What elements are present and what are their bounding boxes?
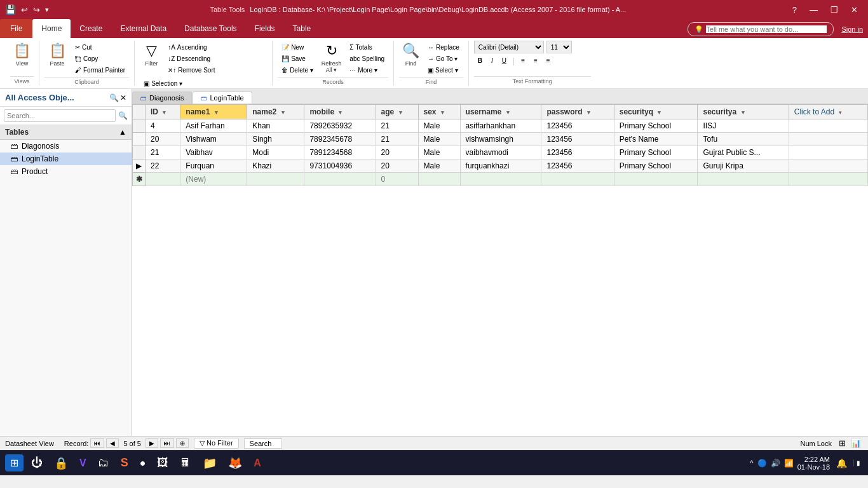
start-button[interactable]: ⊞ xyxy=(5,454,24,471)
cell-securitya[interactable]: Tofu xyxy=(698,133,789,146)
cell-mobile[interactable]: 9731004936 xyxy=(304,159,376,173)
font-size-select[interactable]: 11 xyxy=(546,41,572,53)
save-button[interactable]: 💾Save xyxy=(278,53,317,64)
tab-table[interactable]: Table xyxy=(284,19,320,38)
new-cell-securityq[interactable] xyxy=(614,173,698,186)
cell-mobile[interactable]: 7892635932 xyxy=(304,119,376,133)
more-button[interactable]: ⋯More ▾ xyxy=(346,65,388,76)
bold-button[interactable]: B xyxy=(474,55,486,66)
filter-button[interactable]: ▽ Filter xyxy=(140,41,163,69)
italic-button[interactable]: I xyxy=(487,55,497,66)
font-select[interactable]: Calibri (Detail) xyxy=(474,41,544,53)
cell-age[interactable]: 20 xyxy=(376,159,418,173)
cell-name1[interactable]: Asif Farhan xyxy=(180,119,247,133)
tab-diagnosis[interactable]: 🗃 Diagonosis xyxy=(132,92,192,104)
cell-password[interactable]: 123456 xyxy=(541,146,614,159)
redo-btn[interactable]: ↪ xyxy=(33,5,40,15)
header-securityq[interactable]: securityq ▾ xyxy=(614,105,698,119)
maximize-btn[interactable]: ❐ xyxy=(825,4,843,16)
cell-mobile[interactable]: 7891234568 xyxy=(304,146,376,159)
remove-sort-button[interactable]: ✕↑Remove Sort xyxy=(164,65,219,76)
firefox-btn[interactable]: 🦊 xyxy=(224,454,246,473)
cell-password[interactable]: 123456 xyxy=(541,119,614,133)
minimize-btn[interactable]: — xyxy=(804,4,823,16)
tables-section-header[interactable]: Tables ▲ xyxy=(0,125,132,140)
cell-securitya[interactable]: IISJ xyxy=(698,119,789,133)
table-row[interactable]: 4Asif FarhanKhan789263593221Maleasiffarh… xyxy=(133,119,868,133)
volume-icon[interactable]: 🔊 xyxy=(771,459,780,468)
cell-sex[interactable]: Male xyxy=(418,119,460,133)
cell-clicktoadd[interactable] xyxy=(789,146,867,159)
chrome-btn[interactable]: ● xyxy=(136,455,150,471)
cell-securitya[interactable]: Gujrat Public S... xyxy=(698,146,789,159)
tab-home[interactable]: Home xyxy=(32,19,71,38)
cell-securityq[interactable]: Primary School xyxy=(614,119,698,133)
tray-expand[interactable]: ^ xyxy=(750,459,754,468)
new-cell-age[interactable]: 0 xyxy=(376,173,418,186)
delete-button[interactable]: 🗑Delete ▾ xyxy=(278,65,317,76)
cell-password[interactable]: 123456 xyxy=(541,159,614,173)
new-button[interactable]: 📝New xyxy=(278,42,317,53)
header-name2[interactable]: name2 ▾ xyxy=(247,105,304,119)
header-clicktoadd[interactable]: Click to Add ▾ xyxy=(789,105,867,119)
new-cell-id[interactable] xyxy=(146,173,180,186)
last-record-btn[interactable]: ⏭ xyxy=(160,438,174,448)
sidebar-item-product[interactable]: 🗃 Product xyxy=(0,165,132,178)
cell-name2[interactable]: Singh xyxy=(247,133,304,146)
app-save-icon[interactable]: 💾 xyxy=(5,4,16,15)
header-name1[interactable]: name1 ▾ xyxy=(180,105,247,119)
select-button[interactable]: ▣Select ▾ xyxy=(424,65,463,76)
sidebar-search-icon[interactable]: 🔍 xyxy=(109,93,119,102)
format-painter-button[interactable]: 🖌Format Painter xyxy=(71,65,129,76)
notification-icon[interactable]: 🔔 xyxy=(834,458,850,468)
new-cell-mobile[interactable] xyxy=(304,173,376,186)
cell-securityq[interactable]: Pet's Name xyxy=(614,133,698,146)
cell-name1[interactable]: Vaibhav xyxy=(180,146,247,159)
copy-button[interactable]: ⿻Copy xyxy=(71,53,129,64)
cell-sex[interactable]: Male xyxy=(418,159,460,173)
refresh-button[interactable]: ↻ RefreshAll ▾ xyxy=(318,41,345,75)
power-btn[interactable]: ⏻ xyxy=(27,454,46,472)
cell-clicktoadd[interactable] xyxy=(789,159,867,173)
align-right[interactable]: ≡ xyxy=(543,55,554,66)
tab-create[interactable]: Create xyxy=(71,19,111,38)
paste-button[interactable]: 📋 Paste xyxy=(44,41,70,69)
cell-name1[interactable]: Vishwam xyxy=(180,133,247,146)
show-desktop-btn[interactable]: ▮ xyxy=(853,459,863,466)
table-row[interactable]: ▶22FurquanKhazi973100493620Malefurquankh… xyxy=(133,159,868,173)
header-id[interactable]: ID ▾ xyxy=(146,105,180,119)
header-selector[interactable] xyxy=(133,105,146,119)
tell-me-input[interactable] xyxy=(706,25,827,33)
access-btn[interactable]: A xyxy=(250,455,265,471)
tab-dbtools[interactable]: Database Tools xyxy=(175,19,246,38)
cell-username[interactable]: vaibhavmodi xyxy=(460,146,541,159)
sidebar-item-logintable[interactable]: 🗃 LoginTable xyxy=(0,152,132,165)
cell-password[interactable]: 123456 xyxy=(541,133,614,146)
cell-clicktoadd[interactable] xyxy=(789,119,867,133)
cell-id[interactable]: 22 xyxy=(146,159,180,173)
undo-btn[interactable]: ↩ xyxy=(21,5,28,15)
calc-btn[interactable]: 🖩 xyxy=(176,454,195,472)
header-age[interactable]: age ▾ xyxy=(376,105,418,119)
align-center[interactable]: ≡ xyxy=(530,55,541,66)
sign-in-link[interactable]: Sign in xyxy=(841,25,863,33)
new-cell-name2[interactable] xyxy=(247,173,304,186)
filter-status[interactable]: ▽ No Filter xyxy=(194,438,239,449)
cut-button[interactable]: ✂Cut xyxy=(71,42,129,53)
totals-button[interactable]: ΣTotals xyxy=(346,42,388,53)
tab-logintable[interactable]: 🗃 LoginTable xyxy=(193,92,252,104)
tell-me-bar[interactable]: 💡 xyxy=(688,22,834,36)
cell-id[interactable]: 20 xyxy=(146,133,180,146)
sidebar-item-diagnosis[interactable]: 🗃 Diagonosis xyxy=(0,140,132,152)
ascending-button[interactable]: ↑AAscending xyxy=(164,42,219,53)
new-cell-clicktoadd[interactable] xyxy=(789,173,867,186)
sidebar-collapse-icon[interactable]: ✕ xyxy=(120,93,126,102)
cell-name1[interactable]: Furquan xyxy=(180,159,247,173)
replace-button[interactable]: ↔Replace xyxy=(424,42,463,53)
table-row[interactable]: 21VaibhavModi789123456820Malevaibhavmodi… xyxy=(133,146,868,159)
new-cell-name1[interactable]: (New) xyxy=(180,173,247,186)
photos-btn[interactable]: 🖼 xyxy=(153,454,172,472)
table-row[interactable]: 20VishwamSingh789234567821Malevishwamsin… xyxy=(133,133,868,146)
cell-id[interactable]: 4 xyxy=(146,119,180,133)
files-btn[interactable]: 📁 xyxy=(199,454,220,473)
